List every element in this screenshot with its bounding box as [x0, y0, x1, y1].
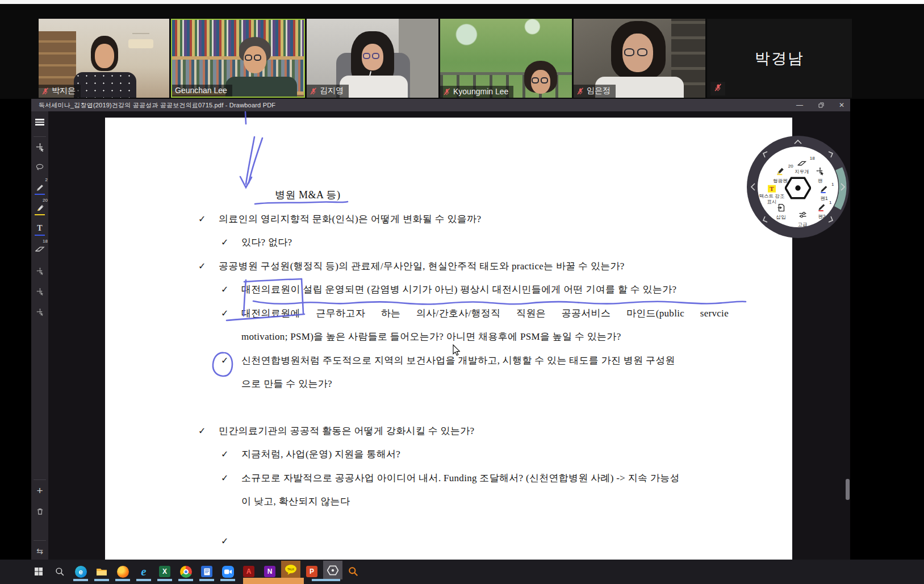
video-tile-parkkyungnam[interactable]: 박경남 — [707, 19, 852, 98]
delete-button[interactable] — [31, 503, 48, 520]
edge-app-icon[interactable]: e — [73, 564, 88, 579]
mic-muted-icon — [443, 88, 450, 95]
eraser-tool[interactable]: 18 — [31, 240, 48, 257]
participant-name: 김지영 — [320, 86, 344, 96]
running-indicator — [312, 579, 327, 581]
person-glasses — [245, 55, 261, 61]
participant-name: Kyoungmin Lee — [453, 87, 508, 96]
drawboard-hub-button[interactable] — [785, 176, 811, 202]
doc-line: ✓신천연합병원처럼 주도적으로 지역의 보건사업을 개발하고, 시행할 수 있는… — [221, 354, 675, 367]
restore-icon — [818, 102, 824, 108]
pen-icon — [820, 185, 829, 193]
decor-bookshelf — [172, 20, 304, 56]
window-titlebar[interactable]: 독서세미나_김창엽(2019)건강의 공공성과 공공보건의료0715.pdf -… — [31, 99, 850, 111]
window-restore-button[interactable] — [813, 99, 830, 111]
insert-icon — [777, 204, 785, 212]
running-indicator — [115, 579, 130, 581]
label: 삽입 — [776, 215, 786, 220]
file-explorer-icon[interactable] — [94, 564, 109, 579]
window-close-button[interactable]: ✕ — [833, 99, 850, 111]
highlighter-color-bar — [35, 214, 45, 216]
person-torso — [340, 76, 408, 98]
video-tile-parkjieun[interactable]: 박지은 — [39, 19, 169, 98]
chrome-app-icon[interactable] — [178, 564, 193, 579]
doc-line: 이 낮고, 확산되지 않는다 — [221, 495, 350, 508]
participant-name: 임은정 — [587, 86, 611, 96]
excel-glyph: X — [159, 566, 170, 577]
internet-explorer-icon[interactable]: e — [136, 564, 151, 579]
document-app-icon[interactable] — [199, 564, 214, 579]
eraser-count-badge: 18 — [43, 239, 48, 244]
move-cursor-icon — [816, 168, 824, 176]
person-glasses — [363, 53, 379, 59]
mouse-cursor — [453, 344, 462, 356]
text-tool[interactable]: T — [31, 220, 48, 237]
doc-line: ✓있다? 없다? — [221, 236, 292, 249]
doc-heading: 병원 M&A 등) — [275, 188, 341, 202]
video-tile-imeunjung[interactable]: 임은정 — [574, 19, 705, 98]
lasso-tool[interactable] — [31, 158, 48, 176]
radial-advanced-tool[interactable]: 고급 — [798, 211, 808, 228]
running-indicator — [220, 579, 235, 581]
video-tile-kimjiyoung[interactable]: 김지영 — [307, 19, 438, 98]
search-tool-app-icon[interactable] — [346, 564, 361, 579]
acrobat-glyph: A — [243, 566, 254, 577]
start-button[interactable] — [31, 564, 46, 579]
pan-tool-3[interactable] — [31, 303, 48, 320]
video-tile-kyoungmin-lee[interactable]: Kyoungmin Lee — [440, 19, 572, 98]
divider — [34, 540, 46, 541]
pan-tool-1[interactable] — [31, 262, 48, 280]
doc-line: ✓민간의료기관의 공공적 활동은 어떻게 강화시킬 수 있는가? — [198, 424, 474, 437]
radial-highlighter-tool[interactable]: 20 형광펜 — [773, 166, 788, 184]
video-tile-strip: 박지은 Geunchan Lee — [0, 4, 924, 99]
acrobat-app-icon[interactable]: A — [241, 564, 256, 579]
scrollbar-thumb[interactable] — [846, 479, 850, 500]
hexagon-logo-icon — [785, 176, 811, 200]
radial-text-highlight-tool[interactable]: T 텍스트 강조 표시 — [758, 183, 785, 205]
zoom-camera-glyph — [222, 566, 234, 578]
radial-insert-tool[interactable]: 삽입 — [776, 204, 786, 220]
doc-glyph — [201, 566, 212, 577]
orange-magnifier-icon — [348, 566, 358, 577]
badge: 1 — [831, 182, 834, 187]
badge: 20 — [788, 164, 793, 169]
top-window-strip — [0, 0, 924, 4]
radial-pen2-tool[interactable]: 1 펜2 — [818, 203, 826, 220]
undo-redo-button[interactable]: ⇆ — [31, 543, 48, 560]
select-tool[interactable] — [31, 139, 48, 156]
mic-muted-box — [710, 82, 725, 95]
drawboard-app-tile[interactable] — [323, 561, 342, 579]
pen-color-bar — [35, 194, 45, 195]
search-icon — [55, 567, 65, 577]
video-tile-geunchan-lee[interactable]: Geunchan Lee — [171, 19, 305, 98]
highlighter-tool[interactable]: 20 — [31, 199, 48, 216]
radial-pan-tool[interactable]: 팬 — [816, 168, 824, 184]
badge: 18 — [810, 156, 815, 161]
running-indicator — [157, 579, 172, 581]
onenote-app-icon[interactable]: N — [262, 564, 277, 579]
powerpoint-app-icon[interactable]: P — [304, 564, 319, 579]
annotation-toolbar: 2 20 T 18 + — [31, 111, 48, 560]
person-glasses — [532, 77, 548, 84]
radial-tool-wheel[interactable]: 18 지우개 20 형광펜 팬 T 텍스트 강조 표시 1 펜1 삽입 — [745, 134, 851, 240]
pan-tool-2[interactable] — [31, 283, 48, 300]
add-page-button[interactable]: + — [31, 482, 48, 499]
pen-tool[interactable]: 2 — [31, 179, 48, 196]
lasso-icon — [35, 163, 44, 172]
window-minimize-button[interactable]: — — [791, 99, 808, 111]
excel-app-icon[interactable]: X — [157, 564, 172, 579]
ie-glyph: e — [141, 565, 146, 579]
participant-name: 박경남 — [707, 19, 852, 98]
window-title: 독서세미나_김창엽(2019)건강의 공공성과 공공보건의료0715.pdf -… — [39, 101, 275, 110]
radial-eraser-tool[interactable]: 18 지우개 — [795, 158, 809, 175]
person-face — [95, 44, 114, 68]
running-indicator — [178, 579, 193, 581]
radial-pen1-tool[interactable]: 1 펜1 — [820, 185, 829, 202]
menu-button[interactable] — [31, 114, 48, 131]
kakaotalk-highlight-indicator — [243, 578, 304, 584]
zoom-app-icon[interactable] — [220, 564, 235, 579]
taskbar-search-button[interactable] — [52, 564, 67, 579]
kakaotalk-app-tile[interactable]: TALK — [281, 561, 300, 579]
firefox-app-icon[interactable] — [115, 564, 130, 579]
doc-line: ✓ — [221, 536, 241, 547]
